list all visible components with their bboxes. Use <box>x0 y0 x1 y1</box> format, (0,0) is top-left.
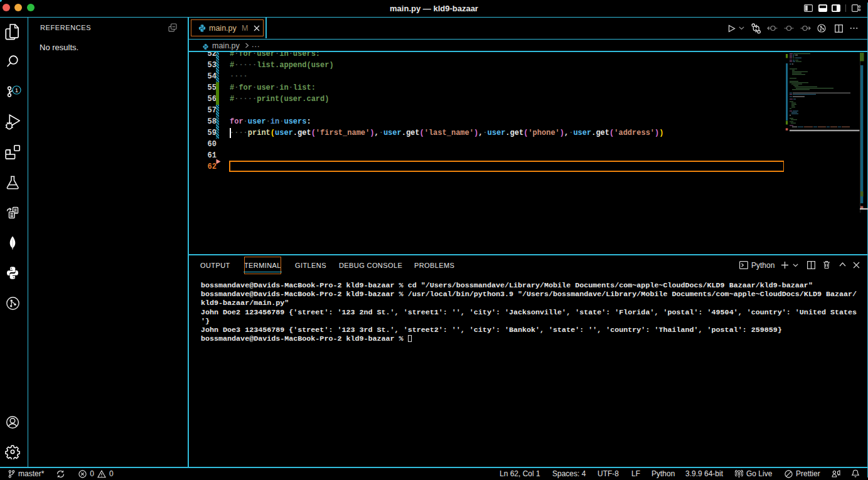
svg-text:1: 1 <box>14 87 18 93</box>
